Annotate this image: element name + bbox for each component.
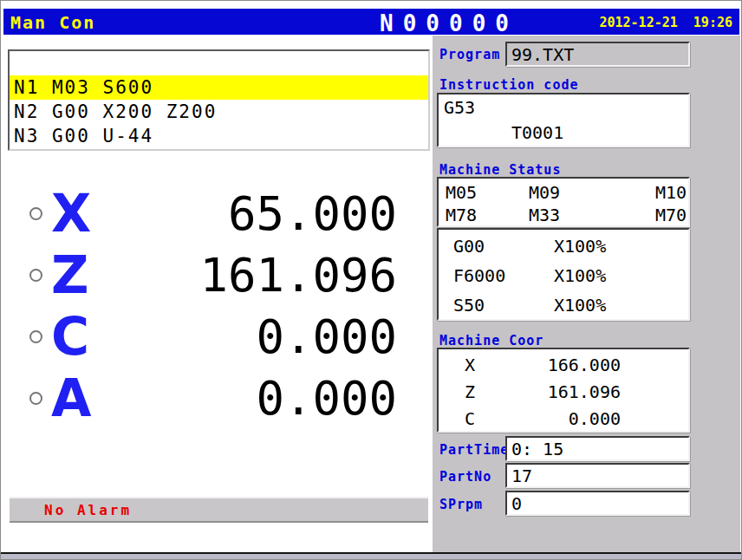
coor-row: X 166.000 (439, 352, 688, 379)
feed-row: S50 X100% (439, 290, 688, 320)
program-label: Program (439, 47, 500, 62)
axis-value: 0.000 (256, 314, 397, 361)
program-name-field[interactable]: 99.TXT (505, 42, 690, 67)
coor-value: 161.096 (439, 381, 621, 402)
program-line[interactable] (10, 51, 428, 75)
m-code: M05 (446, 182, 529, 205)
machine-status-box: M05 M09 M10 M78 M33 M70 (437, 177, 690, 227)
axis-letter: X (51, 186, 91, 238)
axis-position-display: X 65.000 Z 161.096 C 0.000 A 0.000 (1, 183, 432, 429)
axis-value: 161.096 (199, 252, 397, 299)
datetime: 2012-12-21 19:26 (599, 15, 732, 30)
m-code: M09 (529, 182, 655, 205)
axis-row-x: X 65.000 (1, 183, 432, 244)
axis-letter: A (51, 371, 91, 423)
axis-row-z: Z 161.096 (1, 244, 432, 306)
axis-row-a: A 0.000 (1, 368, 432, 429)
axis-value: 65.000 (228, 191, 397, 238)
m-code: M33 (529, 205, 655, 227)
alarm-bar: No Alarm (10, 497, 428, 523)
axis-row-c: C 0.000 (1, 306, 432, 368)
part-time-label: PartTime (439, 442, 509, 458)
feed-code: G00 (453, 236, 554, 257)
part-no-label: PartNo (439, 469, 491, 485)
instruction-line: T0001 (439, 120, 688, 145)
instruction-code-label: Instruction code (439, 77, 579, 93)
feed-override-box: G00 X100% F6000 X100% S50 X100% (437, 228, 690, 321)
m-code: M10 (655, 182, 688, 205)
m-code: M70 (655, 205, 688, 227)
spindle-rpm-label: SPrpm (439, 497, 483, 512)
machine-coor-label: Machine Coor (439, 333, 543, 348)
coor-row: C 0.000 (439, 406, 688, 433)
feed-rate: X100% (554, 295, 606, 316)
coor-value: 0.000 (439, 408, 621, 429)
feed-row: G00 X100% (439, 231, 688, 261)
part-no-field[interactable]: 17 (505, 463, 690, 488)
machine-status-label: Machine Status (439, 162, 561, 178)
alarm-text: No Alarm (44, 502, 132, 518)
instruction-line: G53 (439, 94, 688, 120)
feed-rate: X100% (554, 236, 606, 257)
feed-code: S50 (453, 295, 554, 316)
axis-indicator-dot-icon (29, 392, 42, 405)
title-bar: Man Con N00000 2012-12-21 19:26 (3, 9, 739, 35)
bottom-strip (1, 552, 741, 559)
program-line[interactable]: N2 G00 X200 Z200 (10, 100, 428, 124)
feed-rate: X100% (554, 265, 606, 286)
axis-indicator-dot-icon (29, 207, 42, 220)
spindle-rpm-field[interactable]: 0 (505, 491, 690, 516)
info-panel: Program 99.TXT Instruction code G53 T000… (433, 36, 740, 554)
axis-indicator-dot-icon (29, 330, 42, 343)
axis-indicator-dot-icon (29, 269, 42, 282)
m-code: M78 (446, 205, 529, 227)
program-code-window: N1 M03 S600 N2 G00 X200 Z200 N3 G00 U-44 (8, 49, 430, 151)
coor-row: Z 161.096 (439, 379, 688, 406)
axis-letter: C (51, 309, 89, 361)
coor-value: 166.000 (439, 355, 621, 375)
program-line-current[interactable]: N1 M03 S600 (10, 75, 428, 100)
part-time-field[interactable]: 0: 15 (505, 436, 690, 461)
instruction-code-box: G53 T0001 (437, 93, 690, 147)
feed-code: F6000 (453, 265, 554, 286)
machine-coor-box: X 166.000 Z 161.096 C 0.000 (437, 348, 690, 433)
feed-row: F6000 X100% (439, 261, 688, 290)
mode-indicator: Man Con (10, 12, 95, 33)
program-number: N00000 (380, 10, 518, 36)
program-line[interactable]: N3 G00 U-44 (10, 124, 428, 148)
cnc-screen: Man Con N00000 2012-12-21 19:26 N1 M03 S… (0, 0, 742, 560)
axis-letter: Z (51, 248, 89, 300)
axis-value: 0.000 (256, 375, 397, 422)
